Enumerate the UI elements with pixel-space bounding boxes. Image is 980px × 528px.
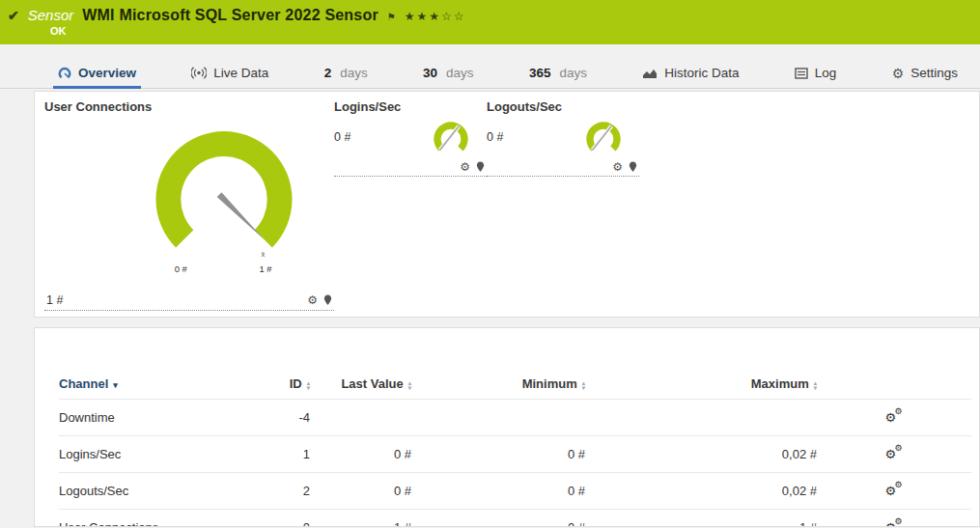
tab-2-days-number: 2 — [324, 66, 332, 80]
tab-365-days-unit: days — [559, 66, 587, 80]
channel-name: Logins/Sec — [59, 436, 252, 473]
channel-maximum: 0,02 # — [585, 473, 817, 510]
gauge-scale-max: 1 # — [259, 264, 272, 274]
gauge-footer: ⚙ — [487, 161, 639, 177]
gauge-pin-icon[interactable] — [476, 161, 485, 173]
channel-settings-icon[interactable]: ⚙⚙ — [885, 445, 904, 460]
overview-gauge-icon — [58, 67, 71, 80]
column-header-label: Minimum — [522, 376, 577, 391]
gauge-gear-icon[interactable]: ⚙ — [460, 161, 470, 173]
channel-name: User Connections — [59, 510, 252, 528]
channel-last-value: 1 # — [310, 510, 411, 528]
sort-arrows-icon: ▴▾ — [814, 380, 817, 390]
channel-id: 1 — [252, 436, 310, 473]
tab-log-label: Log — [815, 66, 837, 80]
channel-last-value: 0 # — [310, 473, 411, 510]
tab-overview[interactable]: Overview — [53, 58, 141, 89]
tab-historic-data[interactable]: Historic Data — [637, 58, 743, 89]
status-badge: OK — [50, 25, 67, 37]
sort-caret-icon: ▾ — [113, 380, 118, 390]
column-header-id[interactable]: ID▴▾ — [252, 369, 310, 400]
gauge-needle — [217, 192, 265, 239]
logouts-gauge — [579, 116, 628, 158]
gauge-footer: 1 # ⚙ — [44, 293, 334, 311]
gauge-average-marker: x̄ — [261, 250, 265, 259]
sensor-header: ✔ Sensor WMI Microsoft SQL Server 2022 S… — [0, 0, 980, 44]
priority-flag-icon[interactable]: ⚑ — [387, 12, 396, 22]
table-row-logins-sec: Logins/Sec 1 0 # 0 # 0,02 # ⚙⚙ — [59, 436, 971, 473]
tab-log[interactable]: Log — [790, 58, 842, 89]
gauges-panel: User Connections x̄ 0 # 1 # 1 # ⚙ Logins… — [34, 91, 980, 318]
channel-minimum — [411, 400, 585, 436]
tab-365-days[interactable]: 365 days — [524, 58, 592, 89]
gauge-current-value: 0 # — [334, 130, 350, 144]
channel-id: 2 — [252, 473, 310, 510]
settings-gear-icon: ⚙ — [892, 67, 905, 80]
gauge-current-value: 0 # — [487, 130, 503, 144]
tab-2-days-unit: days — [340, 66, 368, 80]
table-row-logouts-sec: Logouts/Sec 2 0 # 0 # 0,02 # ⚙⚙ — [59, 473, 971, 510]
column-header-label: Channel — [59, 376, 108, 391]
channel-settings-icon[interactable]: ⚙⚙ — [885, 408, 904, 424]
column-header-label: ID — [290, 376, 302, 391]
log-list-icon — [795, 68, 808, 79]
channel-maximum — [585, 400, 817, 436]
tab-bar: Overview Live Data 2 days 30 days 365 da… — [0, 58, 980, 89]
gauge-gear-icon[interactable]: ⚙ — [307, 294, 318, 306]
channels-panel: Channel▾ ID▴▾ Last Value▴▾ Minimum▴▾ Max… — [34, 327, 980, 527]
channel-settings-icon[interactable]: ⚙⚙ — [885, 482, 904, 497]
logins-gauge — [427, 116, 475, 158]
sort-arrows-icon: ▴▾ — [408, 380, 411, 390]
channel-minimum: 0 # — [411, 510, 585, 528]
column-header-channel[interactable]: Channel▾ — [59, 369, 252, 400]
gauge-user-connections: User Connections x̄ 0 # 1 # 1 # ⚙ — [44, 99, 334, 311]
gauge-title: User Connections — [44, 99, 334, 114]
channel-last-value: 0 # — [310, 436, 411, 473]
channel-name: Downtime — [59, 400, 252, 436]
gauge-logins-sec: Logins/Sec 0 # ⚙ — [334, 99, 487, 177]
channel-name: Logouts/Sec — [59, 473, 252, 510]
channel-minimum: 0 # — [411, 473, 585, 510]
tab-live-data-label: Live Data — [213, 66, 268, 80]
tab-live-data[interactable]: Live Data — [186, 58, 273, 89]
table-row-downtime: Downtime -4 ⚙⚙ — [59, 400, 971, 436]
gauge-pin-icon[interactable] — [323, 294, 332, 306]
column-header-last-value[interactable]: Last Value▴▾ — [310, 369, 411, 400]
channel-settings-icon[interactable]: ⚙⚙ — [885, 518, 904, 527]
gauge-gear-icon[interactable]: ⚙ — [612, 161, 623, 173]
channel-id: 0 — [252, 510, 310, 528]
tab-2-days[interactable]: 2 days — [320, 58, 373, 89]
gauge-scale-min: 0 # — [175, 264, 188, 274]
priority-stars[interactable]: ★★★☆☆ — [405, 10, 466, 23]
status-check-icon: ✔ — [8, 8, 19, 23]
sort-arrows-icon: ▴▾ — [307, 380, 310, 390]
channel-id: -4 — [252, 400, 310, 436]
tab-365-days-number: 365 — [529, 66, 551, 80]
column-header-settings — [817, 369, 971, 400]
tab-30-days-unit: days — [446, 66, 474, 80]
channel-last-value — [310, 400, 411, 436]
gauge-title: Logins/Sec — [334, 99, 487, 114]
column-header-minimum[interactable]: Minimum▴▾ — [411, 369, 585, 400]
tab-historic-data-label: Historic Data — [664, 66, 739, 80]
tab-overview-label: Overview — [78, 66, 136, 80]
gauge-title: Logouts/Sec — [487, 99, 639, 114]
gauge-logouts-sec: Logouts/Sec 0 # ⚙ — [487, 99, 639, 177]
tab-30-days-number: 30 — [423, 66, 437, 80]
user-connections-gauge: x̄ 0 # 1 # — [141, 114, 307, 280]
historic-chart-icon — [642, 68, 658, 79]
column-header-maximum[interactable]: Maximum▴▾ — [585, 369, 817, 400]
gauge-pin-icon[interactable] — [629, 161, 637, 173]
gauge-current-value: 1 # — [46, 293, 63, 307]
gauge-footer: ⚙ — [334, 161, 487, 177]
tab-30-days[interactable]: 30 days — [418, 58, 479, 89]
column-header-label: Last Value — [341, 376, 403, 391]
channel-maximum: 0,02 # — [585, 436, 817, 473]
tab-settings[interactable]: ⚙ Settings — [887, 58, 963, 89]
channel-table: Channel▾ ID▴▾ Last Value▴▾ Minimum▴▾ Max… — [59, 369, 971, 527]
table-header-row: Channel▾ ID▴▾ Last Value▴▾ Minimum▴▾ Max… — [59, 369, 971, 400]
object-kind-label: Sensor — [28, 7, 74, 23]
live-data-icon — [191, 67, 207, 79]
column-header-label: Maximum — [751, 376, 809, 391]
sort-arrows-icon: ▴▾ — [582, 380, 585, 390]
